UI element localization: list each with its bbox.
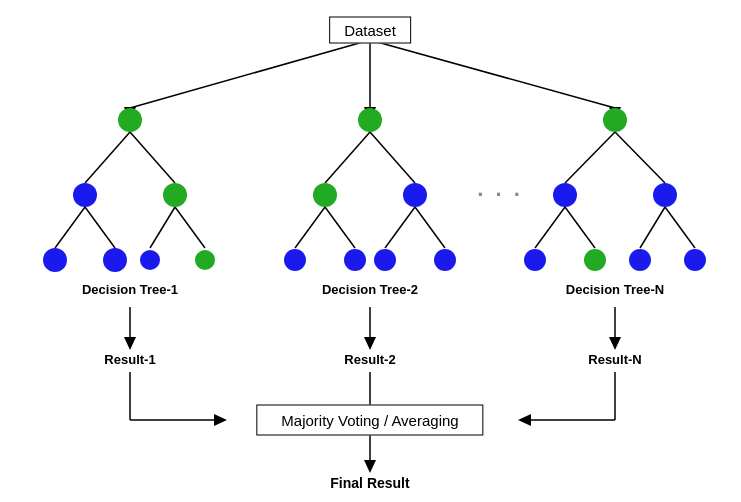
tree2-ll2 [284, 249, 306, 271]
tree1-ll1 [43, 248, 67, 272]
svg-line-16 [385, 207, 415, 248]
tree2-rr2 [434, 249, 456, 271]
svg-line-10 [150, 207, 175, 248]
result1-label: Result-1 [104, 352, 155, 367]
svg-line-9 [85, 207, 115, 248]
svg-line-6 [85, 132, 130, 183]
svg-line-0 [130, 40, 370, 108]
dots-separator: · · · [477, 182, 523, 208]
tree1-lr1 [103, 248, 127, 272]
svg-line-19 [615, 132, 665, 183]
tree2-label: Decision Tree-2 [322, 282, 418, 297]
svg-line-17 [415, 207, 445, 248]
tree2-r2 [403, 183, 427, 207]
treeN-r3 [653, 183, 677, 207]
svg-marker-29 [609, 337, 621, 350]
svg-marker-32 [214, 414, 227, 426]
svg-line-20 [535, 207, 565, 248]
dataset-box: Dataset [329, 17, 411, 44]
svg-line-14 [295, 207, 325, 248]
result2-label: Result-2 [344, 352, 395, 367]
resultN-label: Result-N [588, 352, 641, 367]
tree1-rl1 [140, 250, 160, 270]
tree2-root [358, 108, 382, 132]
tree2-lr2 [344, 249, 366, 271]
treeN-label: Decision Tree-N [566, 282, 664, 297]
svg-line-12 [325, 132, 370, 183]
treeN-l3 [553, 183, 577, 207]
svg-line-4 [370, 40, 615, 108]
svg-line-22 [640, 207, 665, 248]
svg-line-15 [325, 207, 355, 248]
treeN-root [603, 108, 627, 132]
svg-line-11 [175, 207, 205, 248]
treeN-ll3 [524, 249, 546, 271]
svg-line-23 [665, 207, 695, 248]
treeN-rl3 [629, 249, 651, 271]
svg-line-18 [565, 132, 615, 183]
tree1-rr1 [195, 250, 215, 270]
svg-line-8 [55, 207, 85, 248]
tree2-l2 [313, 183, 337, 207]
tree1-label: Decision Tree-1 [82, 282, 178, 297]
svg-marker-27 [364, 337, 376, 350]
tree1-r1 [163, 183, 187, 207]
tree2-rl2 [374, 249, 396, 271]
svg-marker-37 [518, 414, 531, 426]
svg-line-7 [130, 132, 175, 183]
majority-voting-box: Majority Voting / Averaging [256, 405, 483, 436]
svg-marker-25 [124, 337, 136, 350]
svg-line-21 [565, 207, 595, 248]
treeN-lr3 [584, 249, 606, 271]
tree1-root [118, 108, 142, 132]
final-result-label: Final Result [330, 475, 409, 491]
svg-line-13 [370, 132, 415, 183]
svg-marker-39 [364, 460, 376, 473]
treeN-rr3 [684, 249, 706, 271]
tree1-l1 [73, 183, 97, 207]
